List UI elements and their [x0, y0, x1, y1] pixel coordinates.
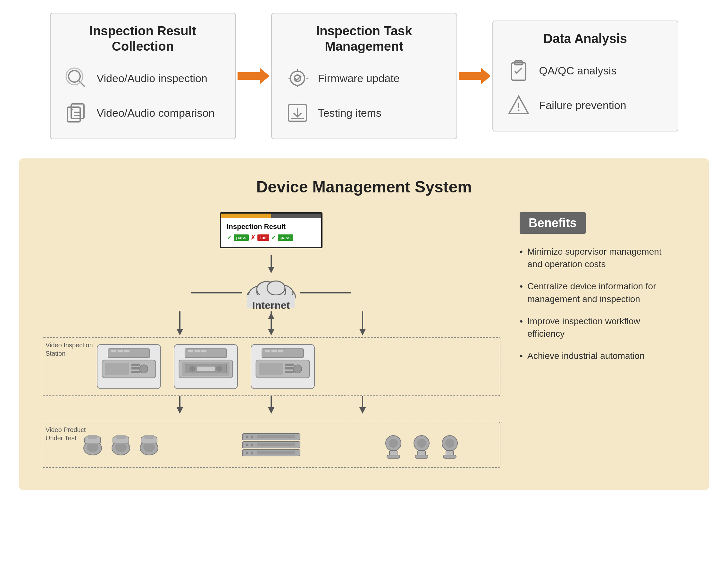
device-3-svg [252, 346, 313, 388]
flow-section: Inspection ResultCollection Video/Audio … [19, 13, 709, 139]
svg-rect-58 [197, 367, 215, 371]
station-label: Video InspectionStation [46, 341, 93, 358]
svg-rect-102 [387, 455, 400, 458]
benefit-3: Improve inspection workflowefficiency [520, 315, 686, 340]
station-device-2 [174, 344, 238, 389]
flow-item-1-1: Video/Audio inspection [63, 65, 222, 91]
svg-rect-110 [443, 455, 456, 458]
svg-rect-47 [131, 367, 140, 370]
svg-point-0 [69, 71, 80, 82]
svg-marker-38 [359, 329, 366, 336]
badge-fail-1: fail [257, 234, 269, 241]
clipboard-check-icon [506, 58, 531, 83]
badge-pass-1: pass [234, 234, 249, 241]
flow-item-2-2: Testing items [285, 100, 444, 126]
monitor-badges: ✓ pass ✗ fail ✓ pass [227, 234, 315, 241]
monitor-topbar [221, 213, 321, 218]
flow-item-3-1-label: QA/QC analysis [539, 64, 617, 77]
arrow-2 [457, 63, 492, 89]
flow-item-1-2-label: Video/Audio comparison [97, 107, 215, 119]
svg-rect-66 [285, 364, 294, 366]
svg-point-57 [216, 366, 222, 372]
svg-marker-70 [177, 407, 183, 414]
svg-rect-64 [259, 363, 283, 375]
arrow-cloud-middle [266, 312, 276, 337]
svg-rect-44 [105, 363, 129, 375]
svg-rect-94 [257, 443, 295, 446]
arrow-station-to-product-right [358, 396, 367, 415]
flow-item-3-2-label: Failure prevention [539, 99, 626, 112]
svg-point-92 [246, 444, 248, 446]
monitor-heading: Inspection Result [227, 222, 315, 231]
product-group-switches [202, 432, 340, 458]
svg-point-100 [389, 439, 398, 448]
cloud-left-line [191, 288, 242, 298]
svg-rect-42 [124, 350, 130, 352]
svg-rect-61 [272, 350, 277, 352]
product-group-ptz [353, 429, 490, 461]
svg-point-104 [417, 439, 426, 448]
svg-marker-33 [177, 329, 183, 336]
device-2-svg [175, 346, 236, 388]
svg-rect-86 [144, 435, 154, 439]
svg-rect-68 [285, 371, 294, 373]
svg-point-65 [293, 365, 302, 373]
svg-rect-52 [201, 350, 206, 352]
svg-point-108 [445, 439, 454, 448]
svg-rect-67 [285, 367, 294, 370]
search-icon [63, 65, 89, 91]
settings-check-icon [285, 65, 310, 91]
svg-rect-60 [265, 350, 270, 352]
svg-rect-106 [415, 455, 428, 458]
bottom-content: Inspection Result ✓ pass ✗ fail ✓ pass [42, 212, 686, 468]
flow-box-1: Inspection ResultCollection Video/Audio … [50, 13, 236, 139]
cloud: Internet [242, 274, 300, 312]
check-2: ✓ [271, 234, 276, 241]
svg-point-93 [251, 444, 253, 446]
download-box-icon [285, 100, 310, 126]
arrow-station-to-product-left [175, 396, 185, 415]
camera-2-icon [108, 430, 134, 459]
flow-box-3: Data Analysis QA/QC analysis Failure pre… [492, 21, 678, 131]
svg-rect-51 [195, 350, 200, 352]
cloud-right-line [300, 288, 351, 298]
svg-rect-48 [131, 371, 140, 373]
ptz-3-icon [437, 429, 463, 461]
product-row: Video ProductUnder Test [42, 422, 500, 468]
flow-item-3-2: Failure prevention [506, 92, 665, 118]
flow-box-3-title: Data Analysis [506, 31, 665, 46]
svg-rect-78 [88, 435, 97, 439]
arrow-station-to-product-mid [266, 396, 276, 415]
flow-box-1-title: Inspection ResultCollection [63, 23, 222, 54]
cloud-label: Internet [252, 300, 290, 312]
flow-box-2-title: Inspection TaskManagement [285, 23, 444, 54]
svg-rect-98 [257, 451, 295, 454]
svg-rect-40 [111, 350, 116, 352]
benefits-title: Benefits [520, 212, 586, 234]
diagram-area: Inspection Result ✓ pass ✗ fail ✓ pass [42, 212, 500, 468]
svg-rect-46 [131, 364, 140, 366]
camera-3-icon [136, 430, 162, 459]
svg-rect-50 [188, 350, 193, 352]
benefits-box: Benefits Minimize supervisor managementa… [520, 212, 686, 372]
flow-item-2-1: Firmware update [285, 65, 444, 91]
monitor-body: Inspection Result ✓ pass ✗ fail ✓ pass [221, 218, 321, 247]
flow-item-2-2-label: Testing items [318, 107, 381, 119]
benefit-4: Achieve industrial automation [520, 350, 686, 362]
badge-pass-2: pass [278, 234, 293, 241]
copy-icon: + [63, 100, 89, 126]
monitor: Inspection Result ✓ pass ✗ fail ✓ pass [220, 212, 322, 248]
svg-marker-74 [359, 407, 366, 414]
svg-rect-41 [118, 350, 123, 352]
svg-point-45 [139, 365, 148, 373]
cross-1: ✗ [251, 234, 255, 241]
svg-point-56 [189, 366, 196, 372]
svg-point-89 [251, 436, 253, 438]
ptz-2-icon [409, 429, 434, 461]
bottom-title: Device Management System [42, 178, 686, 196]
svg-point-20 [518, 110, 519, 111]
benefit-1: Minimize supervisor managementand operat… [520, 245, 686, 270]
ptz-1-icon [381, 429, 406, 461]
bottom-section: Device Management System Inspection Resu… [19, 158, 709, 490]
flow-box-2: Inspection TaskManagement Firmware updat… [271, 13, 457, 139]
